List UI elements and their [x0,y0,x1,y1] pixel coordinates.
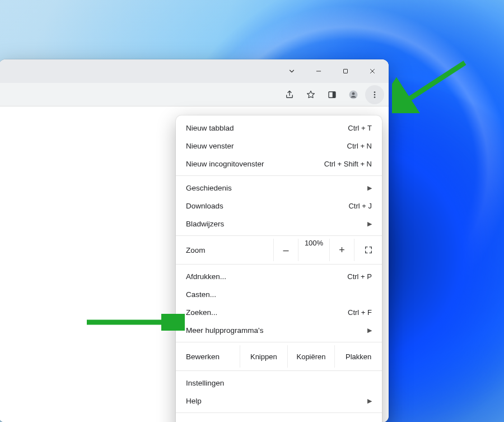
window-titlebar [0,59,389,83]
menu-item-help[interactable]: Help ▶ [176,392,382,410]
menu-item-more-tools[interactable]: Meer hulpprogramma's ▶ [176,321,382,339]
zoom-out-button[interactable]: – [273,239,298,261]
menu-shortcut: Ctrl + T [348,124,372,132]
window-minimize-button[interactable] [306,62,332,80]
menu-item-downloads[interactable]: Downloads Ctrl + J [176,197,382,215]
menu-separator [176,264,382,265]
menu-item-new-tab[interactable]: Nieuw tabblad Ctrl + T [176,119,382,137]
menu-label: Geschiedenis [186,184,232,192]
menu-separator [176,370,382,371]
menu-separator [176,342,382,342]
submenu-arrow-icon: ▶ [367,220,372,228]
submenu-arrow-icon: ▶ [367,397,372,405]
chrome-main-menu: Nieuw tabblad Ctrl + T Nieuw venster Ctr… [176,115,382,422]
menu-label: Meer hulpprogramma's [186,326,263,335]
share-icon [284,90,295,100]
fullscreen-button[interactable] [354,239,382,261]
menu-shortcut: Ctrl + P [347,272,372,281]
menu-item-exit[interactable]: Sluiten [176,416,382,422]
submenu-arrow-icon: ▶ [367,184,372,192]
more-menu-button[interactable] [365,85,384,104]
submenu-arrow-icon: ▶ [367,327,372,334]
menu-label: Downloads [186,202,223,210]
menu-label: Nieuw incognitovenster [186,160,264,168]
svg-point-5 [352,92,355,95]
svg-point-7 [374,94,376,95]
browser-toolbar [0,83,389,106]
zoom-in-button[interactable]: + [329,239,354,261]
svg-rect-1 [344,69,348,73]
edit-cut-button[interactable]: Knippen [240,345,287,368]
menu-shortcut: Ctrl + F [348,308,372,317]
menu-label: Bladwijzers [186,220,224,228]
window-close-button[interactable] [360,62,385,80]
menu-separator [176,235,382,236]
svg-point-6 [374,91,376,93]
side-panel-icon [327,90,337,100]
zoom-label: Zoom [176,246,273,254]
zoom-value: 100% [298,239,329,261]
maximize-icon [342,67,349,75]
chevron-down-icon [288,67,296,75]
menu-item-new-incognito[interactable]: Nieuw incognitovenster Ctrl + Shift + N [176,155,382,173]
menu-item-settings[interactable]: Instellingen [176,374,382,392]
menu-separator [176,412,382,413]
menu-label: Instellingen [186,379,224,387]
menu-shortcut: Ctrl + J [348,202,372,210]
menu-item-edit: Bewerken Knippen Kopiëren Plakken [176,345,382,368]
menu-shortcut: Ctrl + N [347,142,372,150]
menu-label: Help [186,397,202,405]
menu-label: Afdrukken... [186,272,226,281]
menu-item-history[interactable]: Geschiedenis ▶ [176,179,382,197]
profile-icon [348,90,358,100]
edit-label: Bewerken [176,345,240,368]
menu-item-zoom: Zoom – 100% + [176,239,382,261]
menu-item-new-window[interactable]: Nieuw venster Ctrl + N [176,137,382,155]
menu-label: Casten... [186,290,216,299]
menu-label: Nieuw tabblad [186,124,234,132]
tab-search-button[interactable] [279,62,305,80]
menu-item-cast[interactable]: Casten... [176,285,382,303]
svg-point-8 [374,96,376,98]
edit-copy-button[interactable]: Kopiëren [287,345,335,368]
menu-separator [176,175,382,176]
close-icon [368,67,376,75]
profile-button[interactable] [344,85,363,104]
bookmark-star-button[interactable] [301,85,320,104]
edit-paste-button[interactable]: Plakken [334,345,382,368]
menu-label: Zoeken... [186,308,217,317]
svg-rect-3 [333,91,335,98]
menu-item-bookmarks[interactable]: Bladwijzers ▶ [176,215,382,233]
minimize-icon [315,67,323,75]
share-button[interactable] [280,85,299,104]
more-vertical-icon [370,90,380,100]
menu-item-find[interactable]: Zoeken... Ctrl + F [176,303,382,321]
menu-label: Nieuw venster [186,142,234,150]
menu-shortcut: Ctrl + Shift + N [324,160,372,168]
fullscreen-icon [364,245,373,254]
star-icon [306,90,316,100]
window-maximize-button[interactable] [333,62,358,80]
side-panel-button[interactable] [323,85,342,104]
menu-item-print[interactable]: Afdrukken... Ctrl + P [176,267,382,285]
